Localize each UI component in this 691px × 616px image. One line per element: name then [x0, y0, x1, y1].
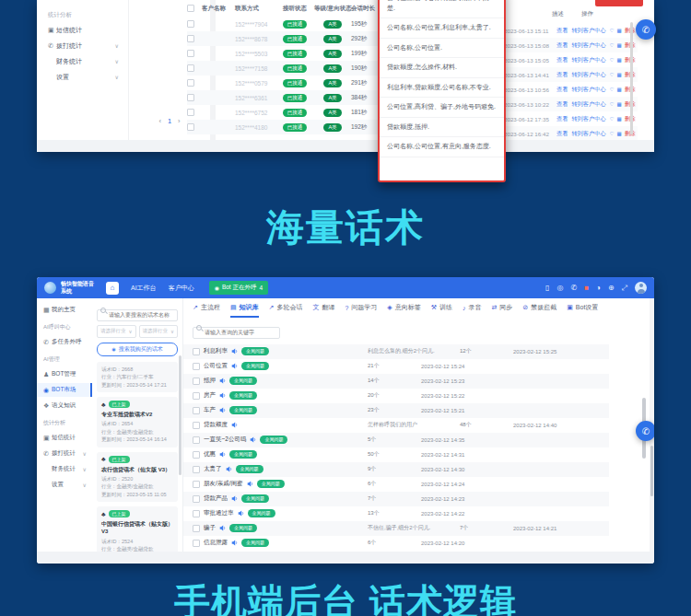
question-row[interactable]: 利息利率 全局问题 利息怎么算的,细分2个问儿. 12个 2023-02-12 …: [183, 344, 609, 359]
goto-customer-link[interactable]: 转到客户中心: [571, 41, 605, 50]
goto-customer-link[interactable]: 转到客户中心: [571, 130, 605, 138]
scrollbar[interactable]: [179, 355, 182, 475]
tab[interactable]: ◈ 意向标签: [387, 303, 420, 318]
tab[interactable]: ▤ 知识库: [230, 303, 259, 318]
pagination-prev-icon[interactable]: ‹: [158, 117, 161, 125]
header-icon[interactable]: ◑: [596, 285, 601, 292]
tab[interactable]: ♪ 录音: [463, 303, 482, 318]
view-link[interactable]: 查看: [556, 86, 568, 94]
view-link[interactable]: 查看: [556, 27, 568, 35]
grid-icon[interactable]: ▦: [616, 28, 621, 33]
keyword-row[interactable]: 公司位置,公司名称,有意向,很简单清楚.: [380, 0, 504, 18]
row-checkbox[interactable]: [187, 20, 194, 28]
heart-icon[interactable]: ♡: [610, 72, 615, 77]
grid-icon[interactable]: ▦: [616, 42, 621, 48]
question-row[interactable]: 信息泄露 全局问题 6个 2023-02-12 14:20: [183, 536, 609, 551]
pagination-next-icon[interactable]: ›: [178, 117, 181, 125]
keyword-search-input[interactable]: [193, 327, 280, 339]
header-icon[interactable]: ⊕: [608, 285, 615, 292]
keyword-row[interactable]: 利息利率,贷款额度,公司名称,不专业.: [380, 78, 504, 99]
sidebar-item[interactable]: 财务统计 ∨: [37, 54, 128, 68]
sidebar-item[interactable]: ✆ 多任务外呼: [37, 335, 92, 349]
sidebar-item[interactable]: ♟ BOT管理: [37, 367, 92, 381]
sidebar-item[interactable]: ▣ 短信统计: [37, 431, 92, 445]
speaker-icon[interactable]: [219, 392, 226, 399]
question-row[interactable]: 公司位置 全局问题 21个 2023-02-12 15:24: [183, 359, 609, 374]
speaker-icon[interactable]: [231, 348, 238, 354]
question-row[interactable]: 朋友/亲戚/闺蜜 全局问题 6个 2023-02-12 14:24: [183, 477, 609, 492]
question-row[interactable]: 车产 全局问题 23个 2023-02-12 15:21: [183, 403, 609, 418]
question-row[interactable]: 抵押 全局问题 14个 2023-02-12 15:23: [183, 374, 609, 389]
select-all-checkbox[interactable]: [187, 5, 194, 12]
script-card[interactable]: ♣ 已上架 中国银行信贷话术（贴女版）V3 话术ID：2524 行业：金融类/金…: [97, 506, 178, 552]
grid-icon[interactable]: ▦: [616, 72, 621, 77]
keyword-row[interactable]: 公司名称,公司位置.: [380, 39, 504, 59]
question-row[interactable]: 贷款产品 全局问题 7个 2023-02-12 14:23: [183, 492, 609, 506]
nav-ai-workbench[interactable]: AI工作台: [131, 284, 157, 293]
heart-icon[interactable]: ♡: [610, 101, 615, 107]
script-search-input[interactable]: [97, 309, 178, 321]
pagination-page[interactable]: 1: [168, 117, 171, 125]
row-checkbox[interactable]: [187, 109, 194, 116]
view-link[interactable]: 查看: [556, 71, 568, 79]
heart-icon[interactable]: ♡: [610, 57, 615, 63]
row-checkbox[interactable]: [193, 348, 200, 355]
grid-icon[interactable]: ▦: [616, 87, 621, 92]
view-link[interactable]: 查看: [556, 41, 568, 50]
question-row[interactable]: 贷款额度 怎样称呼我们的用户 48个 2023-02-12 14:40: [183, 418, 609, 433]
bot-calling-button[interactable]: ◉ Bot 正在外呼 4: [209, 281, 268, 295]
sidebar-item[interactable]: ◉ BOT市场: [37, 383, 92, 397]
heart-icon[interactable]: ♡: [610, 131, 615, 136]
sidebar-item[interactable]: 设置 ∨: [37, 70, 128, 84]
row-checkbox[interactable]: [193, 407, 200, 414]
sidebar-item[interactable]: 财务统计 ∨: [37, 462, 92, 476]
heart-icon[interactable]: ♡: [610, 116, 615, 122]
industry-select-1[interactable]: 请选择行业 ∨: [97, 325, 136, 338]
heart-icon[interactable]: ♡: [610, 42, 615, 48]
home-button[interactable]: ⌂: [106, 282, 119, 295]
sidebar-item[interactable]: ✆ 拨打统计 ∨: [37, 447, 92, 460]
tab[interactable]: ↗ 多轮会话: [269, 303, 303, 318]
row-checkbox[interactable]: [193, 436, 200, 444]
row-checkbox[interactable]: [193, 540, 200, 547]
keyword-row[interactable]: 贷款额度,怎么操作,材料.: [380, 58, 504, 78]
speaker-icon[interactable]: [231, 540, 238, 546]
goto-customer-link[interactable]: 转到客户中心: [571, 71, 605, 79]
script-card[interactable]: 话术ID：2668 行业：汽车行业/二手车 更新时间：2023-05-14 17…: [97, 362, 178, 393]
question-row[interactable]: 骗子 全局问题 不信任,骗子,细分2个问儿. 7个 2023-02-12 14:…: [183, 521, 609, 536]
header-icon[interactable]: ✆: [571, 285, 578, 292]
grid-icon[interactable]: ▦: [616, 116, 621, 122]
row-checkbox[interactable]: [187, 94, 194, 101]
speaker-icon[interactable]: [250, 436, 256, 443]
row-checkbox[interactable]: [193, 481, 200, 488]
sidebar-item[interactable]: ▣ 短信统计: [37, 23, 128, 37]
view-link[interactable]: 查看: [556, 115, 568, 123]
header-icon[interactable]: ■: [584, 285, 589, 292]
speaker-icon[interactable]: [226, 466, 232, 472]
speaker-icon[interactable]: [247, 481, 253, 487]
grid-icon[interactable]: ▦: [616, 57, 621, 63]
phone-fab-button[interactable]: ✆: [636, 19, 656, 40]
view-link[interactable]: 查看: [556, 100, 568, 109]
row-checkbox[interactable]: [193, 363, 200, 370]
goto-customer-link[interactable]: 转到客户中心: [571, 27, 605, 35]
tab[interactable]: ? 问题学习: [345, 303, 377, 318]
speaker-icon[interactable]: [231, 422, 238, 428]
speaker-icon[interactable]: [219, 378, 226, 384]
heart-icon[interactable]: ♡: [610, 87, 615, 92]
scrollbar[interactable]: [630, 22, 633, 134]
speaker-icon[interactable]: [231, 363, 238, 369]
sidebar-item[interactable]: 设置 ∨: [37, 478, 92, 492]
tab[interactable]: 文 翻译: [312, 303, 334, 318]
view-link[interactable]: 查看: [556, 56, 568, 64]
goto-customer-link[interactable]: 转到客户中心: [571, 115, 605, 123]
user-avatar[interactable]: [635, 282, 647, 294]
keyword-row[interactable]: 公司位置,高利贷、骗子,外地号码避免.: [380, 98, 504, 118]
row-checkbox[interactable]: [193, 466, 200, 473]
row-checkbox[interactable]: [187, 35, 194, 42]
speaker-icon[interactable]: [238, 510, 244, 517]
sidebar-item[interactable]: ✆ 拨打统计 ∨: [37, 39, 128, 52]
header-icon[interactable]: ◎: [557, 285, 564, 292]
row-checkbox[interactable]: [187, 123, 194, 131]
tab[interactable]: ▣ Bot设置: [567, 303, 598, 318]
